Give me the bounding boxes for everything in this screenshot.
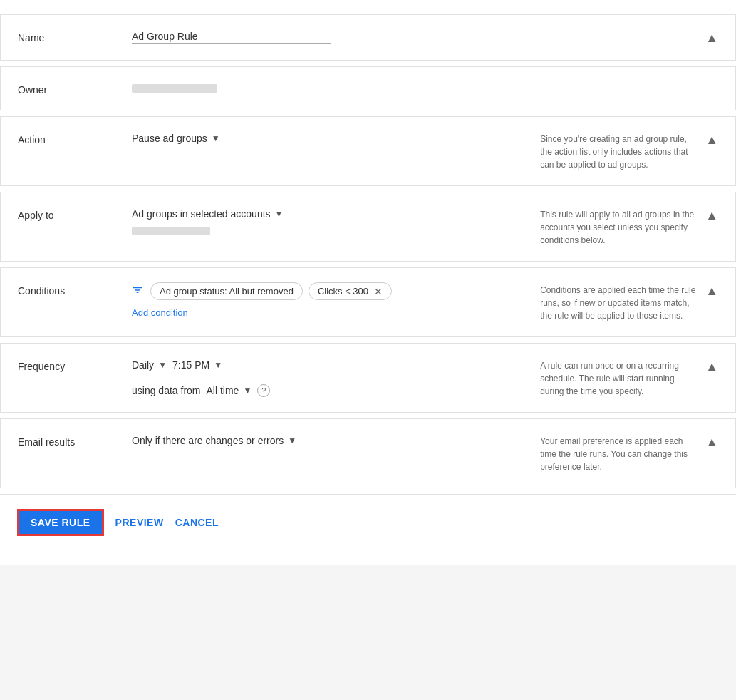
apply-to-section: Apply to Ad groups in selected accounts … (0, 192, 736, 262)
time-value: 7:15 PM (172, 359, 209, 371)
frequency-help: A rule can run once or on a recurring sc… (526, 358, 697, 398)
frequency-content: Daily ▼ 7:15 PM ▼ using data from All ti… (132, 358, 526, 398)
filter-icon (132, 284, 143, 299)
using-data-from-label: using data from (132, 385, 201, 396)
time-dropdown[interactable]: 7:15 PM ▼ (172, 358, 222, 372)
action-dropdown-arrow: ▼ (212, 133, 220, 143)
action-help: Since you're creating an ad group rule, … (526, 131, 697, 171)
apply-to-toggle[interactable]: ▲ (705, 207, 718, 223)
add-condition-link[interactable]: Add condition (132, 307, 526, 318)
range-help-icon[interactable]: ? (257, 384, 270, 397)
apply-to-account-placeholder (132, 227, 210, 235)
apply-to-dropdown[interactable]: Ad groups in selected accounts ▼ (132, 207, 283, 221)
email-results-toggle[interactable]: ▲ (705, 433, 718, 450)
name-toggle[interactable]: ▲ (705, 29, 718, 46)
chip2-label: Clicks < 300 (318, 286, 368, 297)
apply-to-value: Ad groups in selected accounts (132, 208, 271, 220)
save-rule-button[interactable]: SAVE RULE (17, 509, 104, 536)
range-value: All time (207, 385, 239, 396)
frequency-value: Daily (132, 359, 154, 371)
cancel-button[interactable]: CANCEL (175, 517, 219, 528)
condition-chip-1[interactable]: Ad group status: All but removed (150, 282, 303, 300)
name-section: Name ▲ (0, 14, 736, 61)
apply-to-dropdown-arrow: ▼ (275, 209, 284, 219)
footer: SAVE RULE PREVIEW CANCEL (0, 494, 736, 550)
preview-button[interactable]: PREVIEW (115, 517, 164, 528)
name-label: Name (18, 29, 132, 43)
frequency-row-2: using data from All time ▼ ? (132, 384, 526, 398)
owner-placeholder (132, 84, 217, 93)
conditions-label: Conditions (18, 282, 132, 297)
conditions-section: Conditions Ad group status: All but remo… (0, 267, 736, 337)
name-input[interactable] (132, 29, 331, 44)
chip1-label: Ad group status: All but removed (160, 286, 294, 297)
action-dropdown[interactable]: Pause ad groups ▼ (132, 131, 220, 145)
chip2-close[interactable]: ✕ (374, 287, 383, 297)
email-results-value: Only if there are changes or errors (132, 435, 284, 446)
conditions-toggle[interactable]: ▲ (705, 282, 718, 299)
range-dropdown-arrow: ▼ (243, 386, 252, 396)
email-results-dropdown[interactable]: Only if there are changes or errors ▼ (132, 433, 296, 448)
action-section: Action Pause ad groups ▼ Since you're cr… (0, 116, 736, 186)
conditions-chips-row: Ad group status: All but removed Clicks … (132, 282, 526, 300)
name-content (132, 29, 697, 44)
frequency-row-1: Daily ▼ 7:15 PM ▼ (132, 358, 526, 372)
action-value: Pause ad groups (132, 133, 207, 144)
owner-content (132, 81, 718, 93)
email-results-section: Email results Only if there are changes … (0, 418, 736, 488)
apply-to-content: Ad groups in selected accounts ▼ (132, 207, 526, 235)
action-toggle[interactable]: ▲ (705, 131, 718, 148)
frequency-label: Frequency (18, 358, 132, 372)
owner-label: Owner (18, 81, 132, 96)
frequency-dropdown-arrow: ▼ (158, 360, 167, 370)
frequency-section: Frequency Daily ▼ 7:15 PM ▼ using data f… (0, 343, 736, 413)
email-results-help: Your email preference is applied each ti… (526, 433, 697, 473)
email-results-dropdown-arrow: ▼ (288, 436, 296, 446)
action-content: Pause ad groups ▼ (132, 131, 526, 145)
action-label: Action (18, 131, 132, 145)
frequency-dropdown[interactable]: Daily ▼ (132, 358, 167, 372)
frequency-toggle[interactable]: ▲ (705, 358, 718, 374)
apply-to-label: Apply to (18, 207, 132, 221)
condition-chip-2: Clicks < 300 ✕ (309, 282, 392, 300)
time-dropdown-arrow: ▼ (214, 360, 222, 370)
email-results-label: Email results (18, 433, 132, 448)
apply-to-help: This rule will apply to all ad groups in… (526, 207, 697, 247)
conditions-help: Conditions are applied each time the rul… (526, 282, 697, 322)
range-dropdown[interactable]: All time ▼ (207, 384, 252, 398)
conditions-content: Ad group status: All but removed Clicks … (132, 282, 526, 318)
email-results-content: Only if there are changes or errors ▼ (132, 433, 526, 448)
owner-section: Owner (0, 66, 736, 110)
